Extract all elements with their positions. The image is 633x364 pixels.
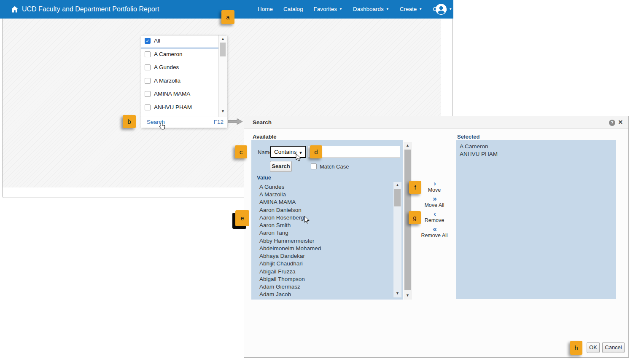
annotation-badge-f: f bbox=[409, 181, 421, 194]
list-item[interactable]: AMINA MAMA bbox=[259, 199, 296, 205]
checkbox-checked-icon[interactable]: ✓ bbox=[145, 38, 151, 44]
annotation-badge-d: d bbox=[310, 145, 322, 158]
value-heading: Value bbox=[257, 174, 271, 181]
nav-favorites[interactable]: Favorites▼ bbox=[314, 0, 342, 19]
checkbox-icon[interactable] bbox=[145, 104, 151, 110]
list-item[interactable]: Abigail Thompson bbox=[259, 276, 305, 282]
dialog-help-icon[interactable]: ? bbox=[609, 120, 615, 126]
list-item[interactable]: Aaron Smith bbox=[259, 222, 291, 228]
scroll-down-arrow[interactable]: ▼ bbox=[396, 292, 399, 295]
list-item[interactable]: Abby Hammermeister bbox=[259, 238, 315, 244]
dropdown-search-link[interactable]: Search bbox=[147, 119, 165, 125]
list-item[interactable]: Abdelmoneim Mohamed bbox=[259, 245, 321, 252]
annotation-badge-g: g bbox=[409, 211, 421, 224]
ok-button[interactable]: OK bbox=[587, 342, 600, 353]
annotation-badge-e: e bbox=[235, 210, 249, 226]
search-operator-select[interactable]: Contains ▼ bbox=[270, 146, 306, 158]
list-item[interactable]: Abigail Fruzza bbox=[259, 268, 296, 275]
cancel-button[interactable]: Cancel bbox=[602, 342, 625, 353]
pi-dropdown-popup: ✓ All A Cameron A Gundes A Marzolla AMIN… bbox=[141, 35, 226, 127]
search-shortcut-key: F12 bbox=[214, 119, 224, 125]
scroll-up-arrow[interactable]: ▲ bbox=[221, 37, 225, 41]
selected-item[interactable]: ANHVU PHAM bbox=[460, 151, 498, 157]
chevron-down-icon: ▼ bbox=[299, 150, 303, 155]
home-icon[interactable] bbox=[11, 6, 19, 13]
checkbox-icon[interactable] bbox=[145, 64, 151, 70]
chevron-left-icon: ‹ bbox=[415, 211, 453, 217]
scroll-up-arrow[interactable]: ▲ bbox=[406, 144, 409, 147]
dialog-titlebar: Search ? × bbox=[244, 116, 628, 129]
double-chevron-left-icon: « bbox=[415, 226, 453, 233]
search-dialog: Search ? × Available Name Contains ▼ Sea… bbox=[244, 116, 629, 358]
checkbox-icon[interactable] bbox=[145, 78, 151, 84]
chevron-down-icon: ▼ bbox=[449, 7, 452, 11]
selected-heading: Selected bbox=[457, 134, 479, 140]
nav-catalog[interactable]: Catalog bbox=[283, 0, 303, 19]
screen: UCD Faculty and Department Portfolio Rep… bbox=[0, 0, 633, 364]
dialog-search-button[interactable]: Search bbox=[270, 161, 292, 172]
dropdown-separator bbox=[141, 48, 218, 48]
chevron-down-icon: ▼ bbox=[339, 7, 342, 11]
dropdown-scrollbar[interactable]: ▲ ▼ bbox=[218, 35, 227, 117]
list-item[interactable]: Aaron Rosenberg bbox=[259, 214, 304, 221]
list-item[interactable]: A Gundes bbox=[259, 184, 284, 190]
header-nav: Home Catalog Favorites▼ Dashboards▼ Crea… bbox=[258, 0, 452, 19]
selected-item[interactable]: A Cameron bbox=[460, 143, 488, 150]
nav-create[interactable]: Create▼ bbox=[400, 0, 422, 19]
list-item[interactable]: Abhijit Chaudhari bbox=[259, 260, 303, 267]
list-item[interactable]: Aaron Danielson bbox=[259, 207, 302, 213]
move-all-button[interactable]: » Move All bbox=[415, 195, 453, 208]
annotation-badge-a: a bbox=[221, 10, 234, 24]
remove-all-button[interactable]: « Remove All bbox=[415, 226, 453, 238]
close-icon[interactable]: × bbox=[618, 118, 623, 127]
available-panel: Name Contains ▼ Search Match Case Value … bbox=[251, 140, 403, 300]
dialog-title: Search bbox=[253, 116, 272, 129]
list-item[interactable]: Adam Giermasz bbox=[259, 284, 300, 290]
dropdown-search-row: Search F12 bbox=[141, 117, 227, 128]
double-chevron-right-icon: » bbox=[415, 195, 453, 202]
annotation-badge-c: c bbox=[235, 145, 247, 158]
annotation-badge-b: b bbox=[123, 115, 136, 128]
list-item[interactable]: A Marzolla bbox=[259, 191, 286, 198]
scroll-down-arrow[interactable]: ▼ bbox=[406, 294, 409, 297]
available-heading: Available bbox=[253, 134, 277, 140]
user-avatar-icon[interactable] bbox=[436, 4, 447, 15]
page-title: UCD Faculty and Department Portfolio Rep… bbox=[22, 0, 159, 19]
selected-panel: A Cameron ANHVU PHAM bbox=[456, 140, 616, 299]
annotation-badge-h: h bbox=[570, 341, 582, 355]
scroll-down-arrow[interactable]: ▼ bbox=[221, 110, 225, 113]
scroll-thumb[interactable] bbox=[220, 43, 226, 56]
scroll-thumb[interactable] bbox=[394, 189, 401, 206]
match-case-label: Match Case bbox=[320, 163, 349, 170]
nav-home[interactable]: Home bbox=[258, 0, 273, 19]
match-case-checkbox[interactable] bbox=[311, 163, 317, 169]
list-item[interactable]: Abhaya Dandekar bbox=[259, 253, 305, 259]
checkbox-icon[interactable] bbox=[145, 51, 151, 57]
chevron-down-icon: ▼ bbox=[419, 7, 422, 11]
nav-dashboards[interactable]: Dashboards▼ bbox=[353, 0, 389, 19]
remove-button[interactable]: ‹ Remove bbox=[415, 211, 453, 223]
checkbox-icon[interactable] bbox=[145, 91, 151, 97]
chevron-down-icon: ▼ bbox=[386, 7, 389, 11]
list-item[interactable]: Adam Jacob bbox=[259, 291, 291, 297]
scroll-up-arrow[interactable]: ▲ bbox=[396, 183, 399, 187]
list-item[interactable]: Aaron Tang bbox=[259, 230, 288, 236]
callout-arrow-icon bbox=[228, 118, 243, 125]
value-list-scrollbar[interactable]: ▲ ▼ bbox=[393, 182, 401, 297]
